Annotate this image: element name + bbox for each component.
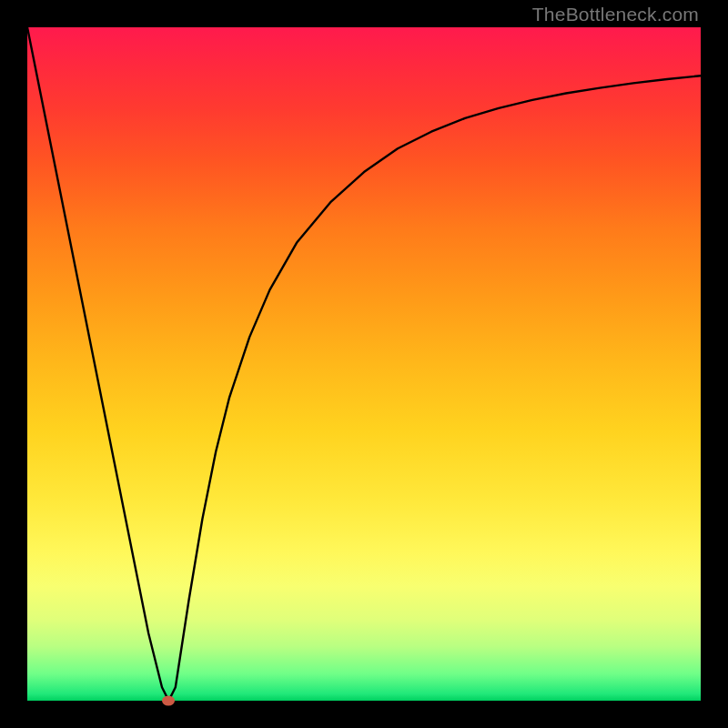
plot-area — [27, 27, 701, 701]
curve-svg — [27, 27, 701, 701]
curve-path — [27, 27, 701, 701]
watermark-text: TheBottleneck.com — [532, 4, 699, 25]
minimum-marker — [162, 696, 175, 706]
chart-frame: TheBottleneck.com — [0, 0, 728, 728]
